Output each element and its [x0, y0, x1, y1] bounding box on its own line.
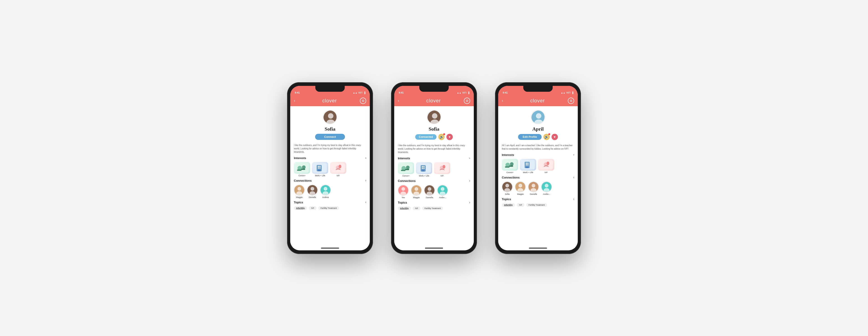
connection-item[interactable]: Sofia [502, 181, 513, 195]
phone-phone1: 9:41 ▲▲ WiFi ▐ ‹ clover ⚙ [287, 82, 373, 254]
home-indicator[interactable] [498, 246, 578, 250]
topics-arrow[interactable]: › [573, 198, 574, 201]
profile-name: Sofia [429, 126, 439, 132]
connection-item[interactable]: Maggie [411, 185, 422, 199]
connection-avatar [294, 184, 305, 196]
svg-point-5 [302, 165, 306, 169]
topic-tag[interactable]: IVF [413, 206, 421, 210]
interest-card[interactable]: IVF [330, 162, 346, 177]
connection-item[interactable]: Maggie [294, 184, 305, 198]
connections-title: Connections [398, 179, 416, 182]
interest-card[interactable]: Work + Life [520, 159, 536, 173]
signal-icon: ▲▲ [353, 92, 358, 94]
svg-point-74 [547, 162, 549, 165]
interests-title: Interests [294, 156, 306, 160]
topics-title: Topics [294, 201, 303, 204]
phone-screen: 9:41 ▲▲ WiFi ▐ ‹ clover ⚙ [394, 86, 474, 250]
connection-item[interactable]: Danielle [307, 184, 318, 198]
connection-name: Maggie [517, 193, 524, 195]
topic-tag[interactable]: Infertility [502, 203, 515, 207]
topic-tag[interactable]: Fertility Treatment [526, 203, 547, 207]
connections-arrow[interactable]: › [365, 179, 366, 182]
interest-image [520, 159, 536, 171]
connection-name: Sofia [505, 193, 510, 195]
interests-arrow[interactable]: › [573, 153, 574, 156]
home-indicator[interactable] [394, 246, 474, 250]
back-button[interactable]: ‹ [398, 98, 403, 103]
connection-name: Danielle [309, 196, 316, 198]
connect-button[interactable]: Connect [315, 134, 345, 140]
wifi-icon: WiFi [566, 92, 571, 94]
topic-tag[interactable]: Infertility [398, 206, 411, 210]
topic-tag[interactable]: Infertility [294, 206, 307, 210]
status-time: 9:41 [295, 91, 300, 94]
battery-icon: ▐ [572, 92, 573, 94]
interest-label: IVF [337, 174, 340, 177]
connection-item[interactable]: Andrea [320, 184, 331, 198]
settings-button[interactable]: ⚙ [360, 98, 366, 104]
svg-point-49 [414, 187, 418, 191]
interest-card[interactable]: IVF [434, 162, 450, 177]
svg-point-28 [432, 113, 437, 119]
gear-icon: ⚙ [362, 99, 365, 103]
connection-item[interactable]: Andre... [437, 185, 448, 199]
interest-image [416, 162, 432, 174]
interests-header: Interests › [394, 156, 474, 161]
svg-rect-12 [318, 167, 319, 169]
profile-name: April [532, 126, 544, 132]
profile-bio: I like the outdoors, and I'm trying my b… [290, 142, 370, 156]
connection-item[interactable]: Maggie [515, 181, 526, 195]
interest-card[interactable]: Convo+ [502, 159, 518, 173]
connections-arrow[interactable]: › [573, 176, 574, 179]
audio-icon[interactable]: 🔊 [438, 134, 445, 140]
topic-tag[interactable]: Fertility Treatment [422, 206, 443, 210]
svg-point-44 [442, 165, 445, 169]
interest-card[interactable]: Work + Life [416, 162, 432, 177]
interest-image [312, 162, 328, 174]
edit-profile-button[interactable]: Edit Profile [518, 134, 541, 140]
status-time: 9:41 [399, 91, 404, 94]
profile-avatar [427, 110, 441, 124]
app-header: ‹ clover ⚙ [290, 95, 370, 106]
interests-arrow[interactable]: › [469, 157, 470, 160]
topic-tag[interactable]: IVF [517, 203, 524, 207]
connection-item[interactable]: You [398, 185, 409, 199]
connections-header: Connections › [290, 178, 370, 183]
topics-arrow[interactable]: › [469, 201, 470, 204]
signal-icon: ▲▲ [561, 92, 565, 94]
interests-arrow[interactable]: › [365, 156, 366, 160]
battery-icon: ▐ [364, 92, 365, 94]
interest-label: Work + Life [523, 171, 533, 173]
connection-avatar [320, 184, 331, 196]
wifi-icon: WiFi [462, 92, 467, 94]
connections-header: Connections › [498, 175, 578, 180]
svg-rect-13 [319, 167, 320, 169]
topic-tag[interactable]: Fertility Treatment [318, 206, 339, 210]
settings-button[interactable]: ⚙ [464, 98, 470, 104]
back-button[interactable]: ‹ [294, 98, 299, 103]
back-button[interactable]: ‹ [502, 98, 507, 103]
svg-point-1 [328, 113, 333, 119]
home-indicator[interactable] [290, 246, 370, 250]
interest-card[interactable]: IVF [538, 159, 554, 173]
svg-point-22 [311, 187, 314, 191]
settings-button[interactable]: ⚙ [568, 98, 574, 104]
connection-item[interactable]: Andre... [541, 181, 552, 195]
heart-icon[interactable]: ♥ [446, 134, 453, 140]
status-icons: ▲▲ WiFi ▐ [457, 92, 469, 94]
heart-icon[interactable]: ♥ [552, 134, 558, 140]
audio-icon[interactable]: 🔊 [544, 134, 550, 140]
topics-header: Topics › [394, 200, 474, 205]
topics-arrow[interactable]: › [365, 201, 366, 204]
interest-image [398, 162, 414, 174]
interest-card[interactable]: Convo+ [294, 162, 310, 177]
connections-title: Connections [294, 179, 312, 182]
interest-card[interactable]: Convo+ [398, 162, 414, 177]
svg-rect-69 [526, 164, 527, 165]
connection-avatar [437, 185, 448, 196]
interest-card[interactable]: Work + Life [312, 162, 328, 177]
connections-arrow[interactable]: › [469, 179, 470, 182]
topic-tag[interactable]: IVF [309, 206, 316, 210]
connection-item[interactable]: Danielle [424, 185, 435, 199]
connection-item[interactable]: Danielle [528, 181, 539, 195]
